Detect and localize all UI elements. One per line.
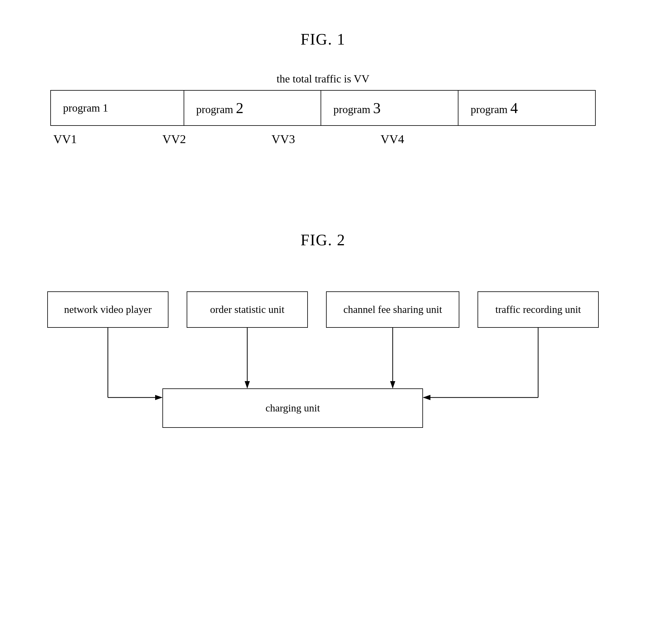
program-3-label: program 3: [333, 103, 381, 115]
program-2-cell: program 2: [184, 90, 321, 125]
program-1-label: program 1: [63, 102, 108, 114]
vv5-cell: [487, 132, 596, 146]
program-4-cell: program 4: [458, 90, 596, 125]
program-1-cell: program 1: [50, 90, 184, 125]
fig2-title: FIG. 2: [301, 231, 345, 249]
diagram: network video player order statistic uni…: [35, 291, 611, 443]
vv1-cell: VV1: [50, 132, 159, 146]
program-4-label: program 4: [470, 103, 518, 115]
program-2-label: program 2: [196, 103, 244, 115]
arrows-svg: [35, 291, 611, 443]
fig1-section: FIG. 1 the total traffic is VV program 1…: [24, 30, 622, 146]
program-3-cell: program 3: [321, 90, 458, 125]
fig1-title: FIG. 1: [301, 30, 345, 48]
total-traffic-label: the total traffic is VV: [277, 73, 370, 85]
program-table: program 1 program 2 program 3 program 4: [50, 90, 596, 126]
page: FIG. 1 the total traffic is VV program 1…: [0, 0, 646, 644]
fig2-section: FIG. 2 network video player order statis…: [24, 231, 622, 443]
vv4-cell: VV4: [378, 132, 487, 146]
program-table-wrapper: program 1 program 2 program 3 program 4: [50, 90, 596, 126]
vv3-cell: VV3: [268, 132, 378, 146]
vv2-cell: VV2: [159, 132, 268, 146]
vv-row: VV1 VV2 VV3 VV4: [50, 132, 596, 146]
